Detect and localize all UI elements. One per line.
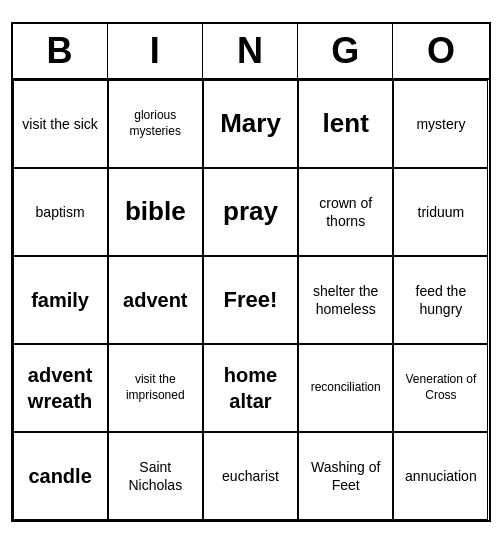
bingo-cell-12: Free! [203,256,298,344]
header-letter-o: O [393,24,488,78]
bingo-cell-20: candle [13,432,108,520]
bingo-cell-15: advent wreath [13,344,108,432]
bingo-cell-4: mystery [393,80,488,168]
bingo-cell-17: home altar [203,344,298,432]
header-letter-n: N [203,24,298,78]
bingo-cell-19: Veneration of Cross [393,344,488,432]
bingo-cell-8: crown of thorns [298,168,393,256]
header-letter-i: I [108,24,203,78]
bingo-cell-13: shelter the homeless [298,256,393,344]
bingo-cell-6: bible [108,168,203,256]
bingo-cell-3: lent [298,80,393,168]
bingo-cell-9: triduum [393,168,488,256]
bingo-cell-2: Mary [203,80,298,168]
bingo-cell-23: Washing of Feet [298,432,393,520]
bingo-header: BINGO [13,24,489,80]
bingo-cell-14: feed the hungry [393,256,488,344]
bingo-cell-11: advent [108,256,203,344]
bingo-cell-24: annuciation [393,432,488,520]
header-letter-g: G [298,24,393,78]
bingo-cell-18: reconciliation [298,344,393,432]
bingo-cell-1: glorious mysteries [108,80,203,168]
bingo-cell-0: visit the sick [13,80,108,168]
bingo-cell-16: visit the imprisoned [108,344,203,432]
bingo-card: BINGO visit the sickglorious mysteriesMa… [11,22,491,522]
bingo-grid: visit the sickglorious mysteriesMarylent… [13,80,489,520]
bingo-cell-22: eucharist [203,432,298,520]
bingo-cell-5: baptism [13,168,108,256]
header-letter-b: B [13,24,108,78]
bingo-cell-10: family [13,256,108,344]
bingo-cell-7: pray [203,168,298,256]
bingo-cell-21: Saint Nicholas [108,432,203,520]
